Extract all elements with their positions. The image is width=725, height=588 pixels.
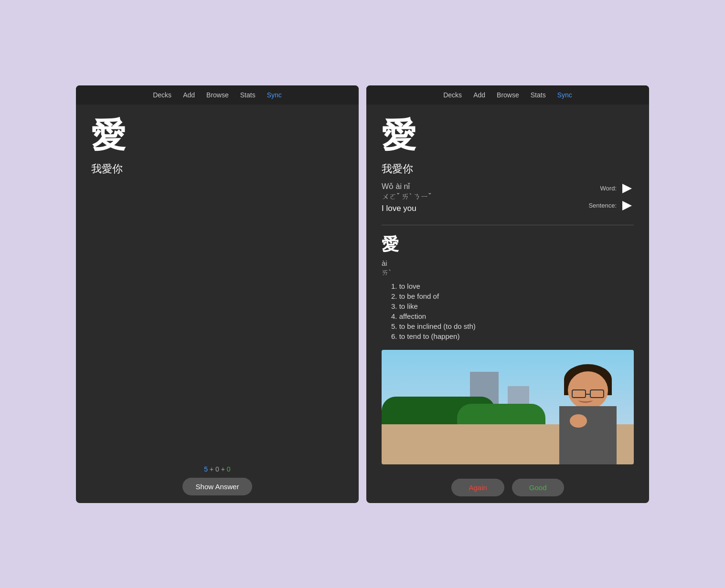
definition-3: to like <box>391 302 634 310</box>
show-answer-button[interactable]: Show Answer <box>182 478 253 495</box>
pron-english: I love you <box>382 204 431 213</box>
score-zero1: 0 <box>215 465 219 473</box>
word-play-icon <box>622 184 632 193</box>
word-pinyin: ài <box>382 259 634 267</box>
image-hands <box>570 414 587 428</box>
pron-left: Wǒ ài nǐ ㄨㄛˇ ㄞˋ ㄋㄧˇ I love you <box>382 182 431 213</box>
score-plus2: + <box>221 465 227 473</box>
right-nav-add[interactable]: Add <box>473 91 485 99</box>
left-nav-browse[interactable]: Browse <box>206 91 229 99</box>
image-glasses-right <box>590 389 604 398</box>
left-card-sentence: 我愛你 <box>91 162 343 176</box>
image-glasses-left <box>572 389 586 398</box>
image-face <box>568 371 608 410</box>
score-row: 5 + 0 + 0 <box>204 465 230 473</box>
again-button[interactable]: Again <box>451 479 504 496</box>
good-button[interactable]: Good <box>512 479 564 496</box>
image-body <box>559 406 617 464</box>
section-divider <box>382 225 634 225</box>
word-audio-label: Word: <box>600 185 617 192</box>
score-blue: 5 <box>204 465 208 473</box>
score-plus1: + <box>210 465 215 473</box>
left-nav-sync[interactable]: Sync <box>267 91 282 99</box>
card-image <box>382 350 634 464</box>
left-card-body: 愛 我愛你 <box>76 105 359 458</box>
word-play-button[interactable] <box>620 182 634 195</box>
right-card-sentence: 我愛你 <box>382 162 634 176</box>
score-zero2: 0 <box>227 465 231 473</box>
sentence-audio-row: Sentence: <box>588 199 634 212</box>
right-panel: Decks Add Browse Stats Sync 愛 我愛你 Wǒ ài … <box>366 85 649 503</box>
definition-4: affection <box>391 312 634 320</box>
right-nav: Decks Add Browse Stats Sync <box>366 85 649 105</box>
right-nav-stats[interactable]: Stats <box>531 91 546 99</box>
image-person <box>559 364 621 464</box>
image-glasses-bridge <box>586 394 590 395</box>
left-nav: Decks Add Browse Stats Sync <box>76 85 359 105</box>
definition-2: to be fond of <box>391 292 634 300</box>
audio-controls: Word: Sentence: <box>588 182 634 212</box>
left-nav-decks[interactable]: Decks <box>153 91 171 99</box>
word-chinese: 愛 <box>382 233 634 256</box>
definition-1: to love <box>391 282 634 290</box>
sentence-play-button[interactable] <box>620 199 634 212</box>
left-footer: 5 + 0 + 0 Show Answer <box>76 458 359 503</box>
sentence-play-icon <box>622 201 632 210</box>
left-card-chinese: 愛 <box>91 118 343 152</box>
word-section: 愛 ài ㄞˋ to love to be fond of to like af… <box>382 233 634 342</box>
right-footer: Again Good <box>366 472 649 503</box>
left-panel: Decks Add Browse Stats Sync 愛 我愛你 5 + 0 … <box>76 85 359 503</box>
pron-zhuyin: ㄨㄛˇ ㄞˋ ㄋㄧˇ <box>382 192 431 202</box>
sentence-audio-label: Sentence: <box>588 202 617 209</box>
right-nav-decks[interactable]: Decks <box>443 91 462 99</box>
right-card-body: 愛 我愛你 Wǒ ài nǐ ㄨㄛˇ ㄞˋ ㄋㄧˇ I love you Wor… <box>366 105 649 472</box>
right-nav-browse[interactable]: Browse <box>497 91 519 99</box>
left-nav-add[interactable]: Add <box>183 91 195 99</box>
definition-5: to be inclined (to do sth) <box>391 322 634 330</box>
pronunciation-row: Wǒ ài nǐ ㄨㄛˇ ㄞˋ ㄋㄧˇ I love you Word: Sen… <box>382 182 634 213</box>
definition-6: to tend to (happen) <box>391 332 634 340</box>
image-smile <box>578 397 593 403</box>
pron-pinyin: Wǒ ài nǐ <box>382 182 431 191</box>
definitions-list: to love to be fond of to like affection … <box>382 282 634 340</box>
image-trees-mid <box>457 404 545 425</box>
word-audio-row: Word: <box>600 182 634 195</box>
app-container: Decks Add Browse Stats Sync 愛 我愛你 5 + 0 … <box>76 85 649 503</box>
right-nav-sync[interactable]: Sync <box>557 91 572 99</box>
right-card-chinese: 愛 <box>382 118 634 152</box>
left-nav-stats[interactable]: Stats <box>240 91 256 99</box>
word-zhuyin: ㄞˋ <box>382 268 634 277</box>
